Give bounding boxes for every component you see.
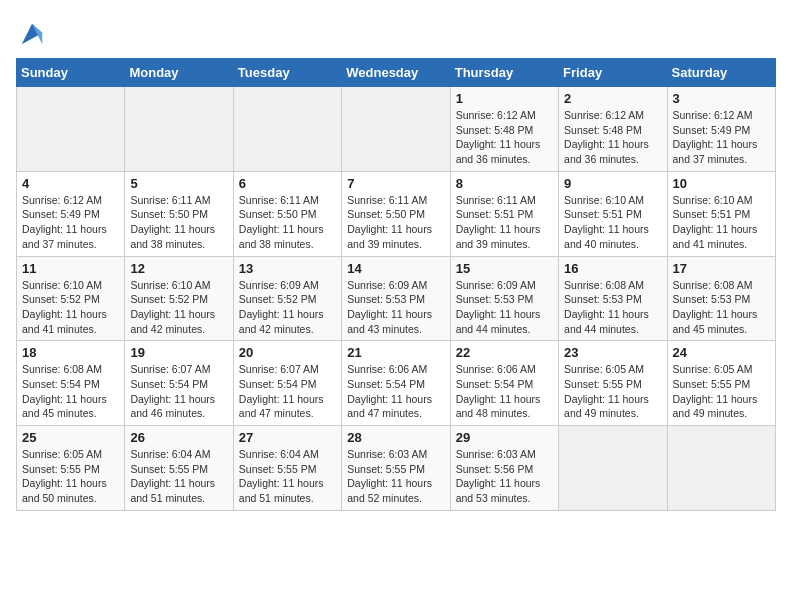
weekday-header: Thursday <box>450 59 558 87</box>
logo-icon <box>18 20 46 48</box>
day-number: 26 <box>130 430 227 445</box>
page-header <box>16 16 776 48</box>
day-number: 14 <box>347 261 444 276</box>
calendar-week-row: 1Sunrise: 6:12 AMSunset: 5:48 PMDaylight… <box>17 87 776 172</box>
calendar-day-cell: 4Sunrise: 6:12 AMSunset: 5:49 PMDaylight… <box>17 171 125 256</box>
calendar-day-cell: 5Sunrise: 6:11 AMSunset: 5:50 PMDaylight… <box>125 171 233 256</box>
day-info: Sunrise: 6:04 AMSunset: 5:55 PMDaylight:… <box>130 447 227 506</box>
weekday-header: Saturday <box>667 59 775 87</box>
calendar-day-cell: 22Sunrise: 6:06 AMSunset: 5:54 PMDayligh… <box>450 341 558 426</box>
day-info: Sunrise: 6:05 AMSunset: 5:55 PMDaylight:… <box>673 362 770 421</box>
calendar-day-cell <box>233 87 341 172</box>
calendar-week-row: 25Sunrise: 6:05 AMSunset: 5:55 PMDayligh… <box>17 426 776 511</box>
day-info: Sunrise: 6:07 AMSunset: 5:54 PMDaylight:… <box>239 362 336 421</box>
calendar-day-cell: 24Sunrise: 6:05 AMSunset: 5:55 PMDayligh… <box>667 341 775 426</box>
day-info: Sunrise: 6:12 AMSunset: 5:48 PMDaylight:… <box>564 108 661 167</box>
calendar-week-row: 4Sunrise: 6:12 AMSunset: 5:49 PMDaylight… <box>17 171 776 256</box>
calendar-day-cell: 19Sunrise: 6:07 AMSunset: 5:54 PMDayligh… <box>125 341 233 426</box>
day-number: 29 <box>456 430 553 445</box>
day-number: 8 <box>456 176 553 191</box>
day-number: 22 <box>456 345 553 360</box>
calendar-day-cell: 13Sunrise: 6:09 AMSunset: 5:52 PMDayligh… <box>233 256 341 341</box>
calendar-day-cell: 9Sunrise: 6:10 AMSunset: 5:51 PMDaylight… <box>559 171 667 256</box>
day-info: Sunrise: 6:03 AMSunset: 5:55 PMDaylight:… <box>347 447 444 506</box>
day-info: Sunrise: 6:08 AMSunset: 5:54 PMDaylight:… <box>22 362 119 421</box>
day-info: Sunrise: 6:10 AMSunset: 5:52 PMDaylight:… <box>130 278 227 337</box>
calendar-day-cell: 25Sunrise: 6:05 AMSunset: 5:55 PMDayligh… <box>17 426 125 511</box>
day-number: 17 <box>673 261 770 276</box>
calendar-day-cell: 6Sunrise: 6:11 AMSunset: 5:50 PMDaylight… <box>233 171 341 256</box>
day-info: Sunrise: 6:10 AMSunset: 5:51 PMDaylight:… <box>673 193 770 252</box>
day-number: 12 <box>130 261 227 276</box>
calendar-week-row: 18Sunrise: 6:08 AMSunset: 5:54 PMDayligh… <box>17 341 776 426</box>
day-info: Sunrise: 6:11 AMSunset: 5:50 PMDaylight:… <box>239 193 336 252</box>
day-number: 16 <box>564 261 661 276</box>
calendar-day-cell <box>17 87 125 172</box>
day-info: Sunrise: 6:06 AMSunset: 5:54 PMDaylight:… <box>456 362 553 421</box>
day-info: Sunrise: 6:09 AMSunset: 5:53 PMDaylight:… <box>347 278 444 337</box>
calendar-day-cell: 8Sunrise: 6:11 AMSunset: 5:51 PMDaylight… <box>450 171 558 256</box>
day-info: Sunrise: 6:06 AMSunset: 5:54 PMDaylight:… <box>347 362 444 421</box>
day-info: Sunrise: 6:11 AMSunset: 5:50 PMDaylight:… <box>347 193 444 252</box>
day-number: 7 <box>347 176 444 191</box>
calendar-day-cell <box>342 87 450 172</box>
logo <box>16 20 46 48</box>
calendar-day-cell: 20Sunrise: 6:07 AMSunset: 5:54 PMDayligh… <box>233 341 341 426</box>
calendar-day-cell <box>125 87 233 172</box>
day-number: 15 <box>456 261 553 276</box>
day-number: 27 <box>239 430 336 445</box>
weekday-header: Tuesday <box>233 59 341 87</box>
day-info: Sunrise: 6:05 AMSunset: 5:55 PMDaylight:… <box>22 447 119 506</box>
day-info: Sunrise: 6:05 AMSunset: 5:55 PMDaylight:… <box>564 362 661 421</box>
calendar-day-cell: 18Sunrise: 6:08 AMSunset: 5:54 PMDayligh… <box>17 341 125 426</box>
day-info: Sunrise: 6:09 AMSunset: 5:52 PMDaylight:… <box>239 278 336 337</box>
calendar-day-cell: 7Sunrise: 6:11 AMSunset: 5:50 PMDaylight… <box>342 171 450 256</box>
weekday-header: Wednesday <box>342 59 450 87</box>
day-number: 24 <box>673 345 770 360</box>
calendar-day-cell: 12Sunrise: 6:10 AMSunset: 5:52 PMDayligh… <box>125 256 233 341</box>
day-number: 2 <box>564 91 661 106</box>
day-number: 10 <box>673 176 770 191</box>
calendar-day-cell: 23Sunrise: 6:05 AMSunset: 5:55 PMDayligh… <box>559 341 667 426</box>
day-info: Sunrise: 6:03 AMSunset: 5:56 PMDaylight:… <box>456 447 553 506</box>
day-number: 25 <box>22 430 119 445</box>
day-info: Sunrise: 6:12 AMSunset: 5:48 PMDaylight:… <box>456 108 553 167</box>
day-info: Sunrise: 6:10 AMSunset: 5:51 PMDaylight:… <box>564 193 661 252</box>
day-number: 4 <box>22 176 119 191</box>
day-info: Sunrise: 6:10 AMSunset: 5:52 PMDaylight:… <box>22 278 119 337</box>
calendar-day-cell: 11Sunrise: 6:10 AMSunset: 5:52 PMDayligh… <box>17 256 125 341</box>
day-number: 20 <box>239 345 336 360</box>
calendar-day-cell: 27Sunrise: 6:04 AMSunset: 5:55 PMDayligh… <box>233 426 341 511</box>
day-number: 23 <box>564 345 661 360</box>
weekday-header: Friday <box>559 59 667 87</box>
calendar-day-cell: 29Sunrise: 6:03 AMSunset: 5:56 PMDayligh… <box>450 426 558 511</box>
day-info: Sunrise: 6:09 AMSunset: 5:53 PMDaylight:… <box>456 278 553 337</box>
day-info: Sunrise: 6:08 AMSunset: 5:53 PMDaylight:… <box>564 278 661 337</box>
calendar-day-cell: 14Sunrise: 6:09 AMSunset: 5:53 PMDayligh… <box>342 256 450 341</box>
day-number: 28 <box>347 430 444 445</box>
day-number: 11 <box>22 261 119 276</box>
day-info: Sunrise: 6:04 AMSunset: 5:55 PMDaylight:… <box>239 447 336 506</box>
day-info: Sunrise: 6:12 AMSunset: 5:49 PMDaylight:… <box>22 193 119 252</box>
calendar-header-row: SundayMondayTuesdayWednesdayThursdayFrid… <box>17 59 776 87</box>
calendar-day-cell: 26Sunrise: 6:04 AMSunset: 5:55 PMDayligh… <box>125 426 233 511</box>
day-number: 9 <box>564 176 661 191</box>
calendar-day-cell: 28Sunrise: 6:03 AMSunset: 5:55 PMDayligh… <box>342 426 450 511</box>
day-info: Sunrise: 6:11 AMSunset: 5:50 PMDaylight:… <box>130 193 227 252</box>
day-number: 5 <box>130 176 227 191</box>
day-number: 13 <box>239 261 336 276</box>
day-number: 19 <box>130 345 227 360</box>
calendar-day-cell: 15Sunrise: 6:09 AMSunset: 5:53 PMDayligh… <box>450 256 558 341</box>
day-number: 18 <box>22 345 119 360</box>
calendar-week-row: 11Sunrise: 6:10 AMSunset: 5:52 PMDayligh… <box>17 256 776 341</box>
day-number: 3 <box>673 91 770 106</box>
day-info: Sunrise: 6:08 AMSunset: 5:53 PMDaylight:… <box>673 278 770 337</box>
calendar-day-cell: 1Sunrise: 6:12 AMSunset: 5:48 PMDaylight… <box>450 87 558 172</box>
calendar-day-cell <box>667 426 775 511</box>
calendar-day-cell: 2Sunrise: 6:12 AMSunset: 5:48 PMDaylight… <box>559 87 667 172</box>
day-info: Sunrise: 6:11 AMSunset: 5:51 PMDaylight:… <box>456 193 553 252</box>
calendar-day-cell: 16Sunrise: 6:08 AMSunset: 5:53 PMDayligh… <box>559 256 667 341</box>
day-info: Sunrise: 6:12 AMSunset: 5:49 PMDaylight:… <box>673 108 770 167</box>
calendar-day-cell <box>559 426 667 511</box>
calendar-table: SundayMondayTuesdayWednesdayThursdayFrid… <box>16 58 776 511</box>
